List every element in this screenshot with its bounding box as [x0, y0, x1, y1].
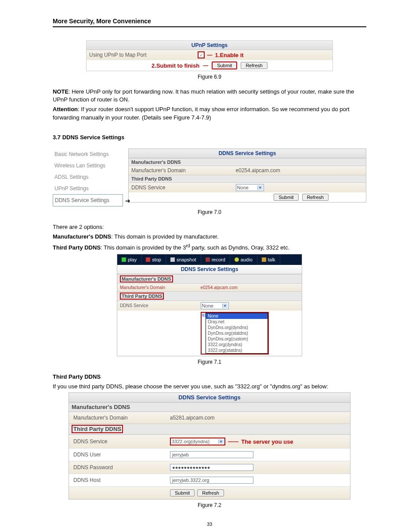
sidebar-item-upnp[interactable]: UPnP Settings	[53, 183, 123, 194]
sidebar-item-basic-network[interactable]: Basic Network Settings	[53, 148, 123, 160]
snapshot-button[interactable]: snapshot	[166, 254, 201, 265]
snapshot-icon	[170, 257, 175, 262]
chevron-down-icon: ▾	[257, 185, 263, 190]
record-button[interactable]: record	[201, 254, 230, 265]
ddns-panel-70: DDNS Service Settings Manufacturer's DDN…	[128, 148, 366, 203]
third-party-text-a: : This domain is provided by the 3	[101, 244, 186, 251]
ddns-service-label-72: DDNS Service	[71, 438, 170, 445]
ddns-panel-71: play stop snapshot record audio talk DDN…	[117, 254, 302, 356]
sidebar-item-wireless[interactable]: Wireless Lan Settings	[53, 160, 123, 171]
attention-label: Attention	[53, 106, 78, 112]
ddns-panel-title-70: DDNS Service Settings	[129, 149, 366, 158]
settings-sidebar: Basic Network Settings Wireless Lan Sett…	[53, 148, 123, 206]
ddns-service-select-71[interactable]: None ▾	[201, 302, 229, 309]
callout-enable-it: 1.Enable it	[215, 52, 244, 58]
manufacturer-ddns-subhead-72: Manufacturer's DDNS	[69, 402, 350, 412]
play-icon	[122, 257, 126, 262]
note-label: NOTE	[53, 88, 69, 95]
enable-line-icon: —	[207, 52, 213, 58]
upnp-enable-checkbox[interactable]: ✓	[198, 51, 205, 58]
upnp-settings-panel: UPnP Settings Using UPnP to Map Port ✓ —…	[86, 40, 333, 71]
figure-caption-71: Figure 7.1	[53, 359, 366, 365]
ddns-option-oray[interactable]: Oray.net	[206, 319, 267, 325]
third-party-ddns-intro: If you use third party DDNS, please choo…	[53, 383, 366, 391]
stop-icon	[146, 257, 150, 262]
submit-button[interactable]: Submit	[212, 62, 237, 69]
manufacturer-ddns-option: Manufacturer's DDNS: This domain is prov…	[53, 233, 366, 241]
figure-caption-72: Figure 7.2	[53, 502, 366, 508]
callout-server-you-use: The server you use	[241, 438, 293, 445]
ddns-service-label-71: DDNS Service	[120, 303, 201, 308]
ddns-panel-72: DDNS Service Settings Manufacturer's DDN…	[69, 392, 350, 499]
select-button-icon: s	[202, 313, 206, 317]
stop-button[interactable]: stop	[141, 254, 166, 265]
manufacturer-ddns-subhead-71: Manufacturer's DDNS	[120, 275, 173, 282]
record-icon	[206, 257, 210, 262]
ddns-service-value-72: 3322.org(dyndns)	[172, 439, 210, 444]
ddns-option-dyndns-custom[interactable]: DynDns.org(custom)	[206, 336, 267, 342]
ddns-panel-title-71: DDNS Service Settings	[117, 265, 302, 274]
third-party-ddns-subhead-72: Third Party DDNS	[72, 425, 123, 433]
ddns-option-dyndns-statdns[interactable]: DynDns.org(statdns)	[206, 330, 267, 336]
third-party-ddns-subhead-71: Third Party DDNS	[120, 293, 164, 300]
note-text: : Here UPnP only for port forwarding now…	[53, 88, 354, 103]
attention-text: : If your router doesn't support UPnP fu…	[53, 106, 350, 120]
manufacturer-domain-value-71: e0254.aipcam.com	[201, 285, 299, 290]
manufacturer-ddns-subhead-70: Manufacturer's DDNS	[129, 158, 366, 166]
ddns-password-label: DDNS Password	[71, 464, 170, 470]
audio-icon	[235, 257, 239, 262]
ddns-service-select-72[interactable]: 3322.org(dyndns) ▾	[170, 438, 225, 445]
submit-button[interactable]: Submit	[170, 489, 195, 496]
note-paragraph: NOTE: Here UPnP only for port forwarding…	[53, 88, 366, 104]
page-number: 33	[53, 521, 366, 527]
ddns-service-label-70: DDNS Service	[131, 185, 236, 191]
manufacturer-domain-label-70: Manufacturer's Domain	[131, 167, 236, 174]
ddns-option-none[interactable]: None	[206, 313, 267, 319]
talk-button[interactable]: talk	[257, 254, 280, 265]
manufacturer-ddns-label: Manufacturer's DDNS	[53, 233, 111, 240]
sidebar-item-ddns[interactable]: DDNS Service Settings	[53, 194, 123, 206]
ddns-service-select-70[interactable]: None ▾	[236, 184, 264, 191]
submit-button[interactable]: Submit	[274, 194, 298, 201]
talk-icon	[262, 257, 266, 262]
audio-button[interactable]: audio	[230, 254, 257, 265]
ddns-option-3322-dyndns[interactable]: 3322.org(dyndns)	[206, 342, 267, 347]
ddns-service-dropdown-list[interactable]: None Oray.net DynDns.org(dyndns) DynDns.…	[206, 313, 268, 354]
media-toolbar: play stop snapshot record audio talk	[117, 254, 302, 265]
page-header: More Security, More Convenience	[53, 18, 366, 27]
refresh-button[interactable]: Refresh	[302, 194, 329, 201]
attention-paragraph: Attention: If your router doesn't suppor…	[53, 105, 366, 121]
callout-line-icon: ——	[228, 438, 238, 445]
third-party-ddns-option: Third Party DDNS: This domain is provide…	[53, 242, 366, 252]
ddns-host-input[interactable]: jerryjwb.3322.org	[170, 477, 253, 484]
third-party-ddns-label: Third Party DDNS	[53, 244, 101, 251]
chevron-down-icon: ▾	[222, 304, 228, 308]
ddns-user-input[interactable]: jerryjwb	[170, 451, 253, 458]
manufacturer-ddns-text: : This domain is provided by manufacture…	[111, 233, 219, 240]
chevron-down-icon: ▾	[218, 439, 224, 444]
upnp-panel-title: UPnP Settings	[87, 41, 332, 50]
third-party-text-b: party, such as Dyndns, Oray, 3322 etc.	[190, 244, 289, 251]
third-party-ddns-subhead-70: Third Party DDNS	[129, 175, 366, 183]
play-button[interactable]: play	[117, 254, 141, 265]
manufacturer-domain-label-71: Manufacturer's Domain	[120, 285, 201, 290]
third-party-sup: rd	[186, 243, 190, 248]
callout-submit-finish: 2.Submit to finish	[152, 62, 199, 69]
ddns-host-label: DDNS Host	[71, 477, 170, 483]
ddns-user-label: DDNS User	[71, 452, 170, 458]
figure-caption-69: Figure 6.9	[53, 74, 366, 80]
figure-caption-70: Figure 7.0	[53, 209, 366, 215]
ddns-password-input[interactable]: ●●●●●●●●●●●●●	[170, 464, 253, 471]
sidebar-item-adsl[interactable]: ADSL Settings	[53, 171, 123, 183]
refresh-button[interactable]: Refresh	[241, 62, 267, 69]
ddns-option-3322-statdns[interactable]: 3322.org(statdns)	[206, 347, 267, 353]
ddns-service-value-70: None	[237, 185, 249, 190]
refresh-button[interactable]: Refresh	[197, 489, 224, 496]
ddns-option-dyndns-dyndns[interactable]: DynDns.org(dyndns)	[206, 325, 267, 330]
manufacturer-domain-value-70: e0254.aipcam.com	[236, 167, 363, 174]
section-37-title: 3.7 DDNS Service Settings	[53, 134, 366, 141]
manufacturer-domain-value-72: a5281.aipcam.com	[170, 415, 348, 421]
ddns-service-value-71: None	[202, 303, 213, 308]
upnp-map-port-label: Using UPnP to Map Port	[89, 52, 198, 58]
manufacturer-domain-label-72: Manufacturer's Domain	[71, 415, 170, 421]
